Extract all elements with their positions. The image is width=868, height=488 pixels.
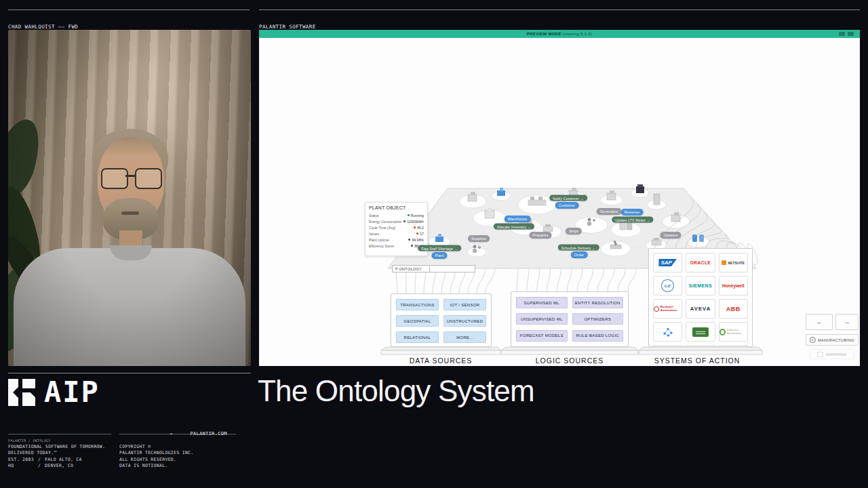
footer-rights: ALL RIGHTS RESERVED.DATA IS NOTIONAL. [119,457,176,469]
row-value: Running [411,214,424,218]
plant-object-row: Efficiency Score 88 [369,243,424,249]
logo-green-badge [686,322,715,342]
row-label: Cycle Time (Avg) [369,226,395,230]
preview-mode-bar: PREVIEW MODE (viewing 5.1.0) [259,30,860,38]
pill-generates: Generates [597,208,622,215]
siemens-logo-text: SIEMENS [689,283,712,288]
row-label: Efficiency Score [369,244,394,248]
chip-relational: RELATIONAL [396,331,439,343]
logo-network [653,322,682,342]
chip-supervised-ml: SUPERVISED ML [516,297,568,308]
top-divider-left [8,9,250,10]
chip-iot-sensor: IOT / SENSOR [443,299,486,310]
rockwell-logo-text: Rockwell Automation [660,306,682,312]
plant-object-row: Energy Consumption 12000kWh [369,218,424,224]
logo-aveva: AVEVA [686,299,715,319]
aip-logo-text: AIP [44,378,100,407]
chip-forecast-models: FORECAST MODELS [516,330,568,342]
plant-object-row: Plant Uptime 99.98% [369,237,424,243]
chip-entity-resolution: ENTITY RESOLUTION [572,297,624,308]
logo-siemens: SIEMENS [686,276,715,296]
network-logo-icon [663,327,673,338]
chip-transactions: TRANSACTIONS [396,299,439,310]
oracle-logo-text: ORACLE [690,260,711,265]
inductive-logo-text: Inductive Automation [727,329,747,335]
chip-optimizers: OPTIMIZERS [572,313,624,325]
status-dot [408,214,410,216]
pill-updates: Updates [660,232,681,239]
footer-location: EST. 2003 / PALO ALTO, CA HQ / DENVER, C… [8,457,82,469]
left-arrow-icon: ← [816,319,823,325]
row-label: Plant Uptime [369,238,389,242]
pill-order: Order [571,251,588,258]
alert-dot [416,232,418,235]
logo-card-partial [719,345,748,347]
pill-prepares: Prepares [529,232,551,239]
metric-dot [403,220,406,222]
palantir-link[interactable]: → PALANTIR.COM [170,431,227,437]
logo-honeywell: Honeywell [719,276,748,296]
alert-dot [414,226,416,228]
row-label: Status [369,214,379,218]
disabled-industry-button[interactable] [810,349,854,359]
logo-ge: GE [653,276,682,296]
footer-sep: / [38,457,45,463]
ontology-tab-extension [429,265,475,272]
demo-canvas: PLANT OBJECT Status Running Energy Consu… [259,38,860,366]
ontology-tab-label: ONTOLOGY [399,267,421,271]
pill-notify-customer: Notify Customer → [549,195,587,201]
ontology-tab[interactable]: ⚙ ONTOLOGY [392,265,430,272]
logo-card-partial [686,345,715,347]
next-button[interactable]: → [835,314,859,330]
aveva-logo-text: AVEVA [690,306,711,312]
logo-oracle: ORACLE [686,253,715,272]
logo-abb: ABB [719,299,748,319]
chip-geospatial: GEOSPATIAL [396,315,439,327]
brand-divider [8,373,251,373]
pill-flag-staff-shortage: Flag Staff Shortage → [418,245,461,251]
logic-sources-label: LOGIC SOURCES [536,357,604,365]
chip-rule-based-logic: RULE-BASED LOGIC [572,330,624,342]
systems-of-action-box: SAP ORACLE NETSUITE GE SIEMENS Honeywell… [648,248,753,347]
page-title: The Ontology System [258,374,534,408]
right-arrow-icon: → [844,319,850,325]
preview-mode-label: PREVIEW MODE [527,32,561,36]
rockwell-icon [654,306,659,312]
footer-tagline: FOUNDATIONAL SOFTWARE OF TOMORROW.DELIVE… [8,444,105,456]
pill-update-ltv-model: Update LTV Model → [612,217,653,223]
preview-bar-control[interactable] [839,32,845,36]
netsuite-icon [722,260,726,265]
pill-warehouse: Warehouse [505,216,531,222]
brand-lockup: AIP [8,378,100,407]
link-arrow-icon: → [170,431,173,437]
footer-divider-left [8,434,111,434]
demo-window: PREVIEW MODE (viewing 5.1.0) PLANT OBJEC… [259,30,860,366]
plant-object-row: Status Running [369,212,424,218]
pill-schedule-delivery: Schedule Delivery → [558,245,599,251]
pill-revenue: Revenue [621,209,644,216]
metric-dot [408,239,410,241]
green-badge-icon [692,327,709,337]
inductive-icon [719,329,726,336]
top-divider-right [259,9,860,10]
prev-button[interactable]: ← [806,314,833,330]
stage: CHAD WAHLQUIST —— FWD DEPLOYED ARCHITECT… [0,0,868,488]
chip-more: MORE... [443,331,486,343]
pill-supplies: Supplies [468,235,490,242]
footer-hq: HQ [8,463,38,469]
footer-est: EST. 2003 [8,457,38,463]
logo-netsuite: NETSUITE [719,253,748,272]
systems-of-action-label: SYSTEMS OF ACTION [654,357,741,365]
preview-bar-control[interactable] [848,32,854,36]
webcam-video [8,30,251,366]
demo-header-line1: PALANTIR SOFTWARE [259,24,316,30]
data-sources-box: TRANSACTIONS IOT / SENSOR GEOSPATIAL UNS… [391,293,492,347]
footer-copyright: COPYRIGHT ©PALANTIR TECHNOLOGIES INC. [119,444,194,456]
preview-version: (viewing 5.1.0) [561,32,592,36]
manufacturing-gear-icon: ⚙ [810,337,816,343]
row-value: 99.98% [412,238,424,242]
ge-logo-text: GE [661,279,674,292]
manufacturing-button[interactable]: ⚙ MANUFACTURING [806,334,859,346]
row-value: 17 [420,232,424,236]
ontology-gear-icon: ⚙ [395,267,397,270]
